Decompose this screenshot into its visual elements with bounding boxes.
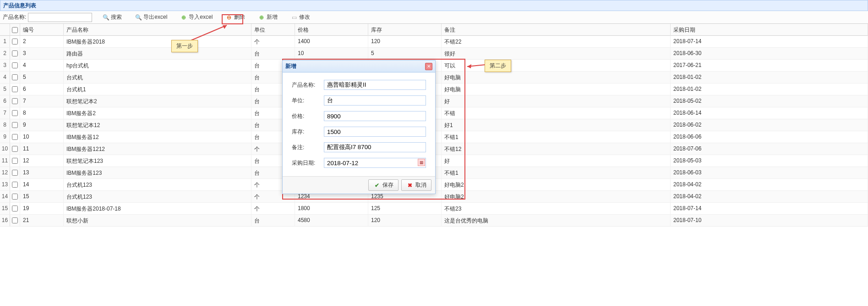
row-checkbox[interactable]: [12, 134, 18, 140]
cell-name: 联想笔记本2: [64, 95, 251, 107]
row-checkbox[interactable]: [12, 146, 18, 152]
row-checkbox-cell[interactable]: [10, 215, 20, 226]
cell-name: 台式机123: [64, 179, 251, 190]
cell-date: 2018-06-02: [671, 119, 868, 131]
row-checkbox[interactable]: [12, 158, 18, 164]
row-checkbox[interactable]: [12, 182, 18, 188]
row-checkbox-cell[interactable]: [10, 48, 20, 59]
cell-id: 4: [20, 60, 64, 71]
cell-date: 2017-06-21: [671, 60, 868, 71]
row-checkbox-cell[interactable]: [10, 179, 20, 190]
row-checkbox-cell[interactable]: [10, 72, 20, 83]
add-label: 新增: [267, 13, 278, 21]
row-checkbox[interactable]: [12, 74, 18, 80]
edit-button[interactable]: ▭ 修改: [288, 12, 313, 22]
row-number: 4: [0, 72, 10, 83]
cell-unit: 台: [251, 48, 295, 59]
dialog-body: 产品名称: 单位: 价格: 库存: 备注: 采购日期: ▦: [283, 72, 435, 176]
form-unit-input[interactable]: [324, 95, 426, 106]
cell-remark: 不错23: [442, 203, 671, 214]
delete-button[interactable]: ⊖ 删除: [223, 12, 248, 22]
row-checkbox[interactable]: [12, 217, 18, 223]
row-checkbox[interactable]: [12, 194, 18, 200]
row-number: 11: [0, 155, 10, 167]
row-checkbox-cell[interactable]: [10, 131, 20, 143]
cell-remark: 好电脑: [442, 83, 671, 95]
form-date-input[interactable]: [324, 158, 426, 168]
row-checkbox-cell[interactable]: [10, 203, 20, 214]
form-remark-input[interactable]: [324, 142, 426, 152]
header-stock[interactable]: 库存: [368, 24, 442, 36]
row-checkbox[interactable]: [12, 62, 18, 68]
row-checkbox[interactable]: [12, 50, 18, 56]
header-checkbox[interactable]: [10, 24, 20, 36]
filter-name-input[interactable]: [28, 13, 92, 22]
edit-label: 修改: [299, 13, 310, 21]
cell-id: 5: [20, 72, 64, 83]
cell-id: 8: [20, 107, 64, 119]
header-date[interactable]: 采购日期: [671, 24, 868, 36]
form-name-input[interactable]: [324, 80, 426, 90]
cell-date: 2018-05-02: [671, 95, 868, 107]
row-checkbox[interactable]: [12, 39, 18, 45]
cell-id: 11: [20, 143, 64, 155]
export-excel-button[interactable]: 🔍 导出excel: [132, 12, 170, 22]
import-excel-button[interactable]: ⊕ 导入excel: [177, 12, 215, 22]
row-checkbox[interactable]: [12, 98, 18, 104]
cell-date: 2018-01-02: [671, 83, 868, 95]
row-checkbox[interactable]: [12, 206, 18, 211]
cell-date: 2018-07-14: [671, 203, 868, 214]
header-name[interactable]: 产品名称: [64, 24, 251, 36]
header-remark[interactable]: 备注: [442, 24, 671, 36]
row-checkbox-cell[interactable]: [10, 119, 20, 131]
row-checkbox-cell[interactable]: [10, 83, 20, 95]
row-checkbox-cell[interactable]: [10, 36, 20, 47]
row-checkbox-cell[interactable]: [10, 60, 20, 71]
cell-date: 2018-01-02: [671, 72, 868, 83]
add-dialog: 新增 ✕ 产品名称: 单位: 价格: 库存: 备注: 采购日期:: [282, 60, 436, 194]
cell-remark: 这是台优秀的电脑: [442, 215, 671, 226]
table-row[interactable]: 1621联想小新台4580120这是台优秀的电脑2018-07-10: [0, 215, 868, 227]
import-label: 导入excel: [189, 13, 213, 21]
row-number: 3: [0, 60, 10, 71]
row-checkbox-cell[interactable]: [10, 155, 20, 167]
save-button[interactable]: ✔ 保存: [368, 179, 399, 191]
cell-stock: 120: [368, 215, 442, 226]
cell-stock: 5: [368, 48, 442, 59]
dialog-header[interactable]: 新增 ✕: [283, 61, 435, 72]
table-row[interactable]: 1519IBM服务器2018-07-18个1800125不错232018-07-…: [0, 203, 868, 215]
cell-name: 联想笔记本123: [64, 155, 251, 167]
cell-name: 联想笔记本12: [64, 119, 251, 131]
filter-name-label: 产品名称:: [3, 13, 26, 21]
row-checkbox-cell[interactable]: [10, 95, 20, 107]
cell-remark: 好: [442, 95, 671, 107]
row-checkbox[interactable]: [12, 110, 18, 116]
table-row[interactable]: 23路由器台105很好2018-06-30: [0, 48, 868, 60]
form-unit-label: 单位:: [292, 97, 324, 105]
dialog-close-button[interactable]: ✕: [425, 63, 432, 70]
header-price[interactable]: 价格: [295, 24, 368, 36]
row-number: 12: [0, 167, 10, 178]
cell-name: IBM服务器123: [64, 167, 251, 178]
cell-date: 2018-06-03: [671, 167, 868, 178]
row-checkbox-cell[interactable]: [10, 167, 20, 178]
row-checkbox-cell[interactable]: [10, 143, 20, 155]
form-price-input[interactable]: [324, 111, 426, 121]
row-checkbox-cell[interactable]: [10, 191, 20, 202]
header-id[interactable]: 编号: [20, 24, 64, 36]
close-icon: ✕: [427, 64, 431, 69]
row-checkbox[interactable]: [12, 170, 18, 176]
add-button[interactable]: ⊕ 新增: [255, 12, 280, 22]
row-checkbox[interactable]: [12, 122, 18, 128]
form-stock-input[interactable]: [324, 127, 426, 137]
cell-date: 2018-06-14: [671, 107, 868, 119]
check-icon: ✔: [373, 182, 381, 189]
cancel-button[interactable]: ✖ 取消: [401, 179, 431, 191]
date-picker-trigger[interactable]: ▦: [418, 159, 425, 166]
row-checkbox-cell[interactable]: [10, 107, 20, 119]
row-checkbox[interactable]: [12, 86, 18, 92]
header-unit[interactable]: 单位: [251, 24, 295, 36]
table-row[interactable]: 12IBM服务器2018个1400120不错222018-07-14: [0, 36, 868, 48]
cell-stock: 120: [368, 36, 442, 47]
search-button[interactable]: 🔍 搜索: [99, 12, 125, 22]
